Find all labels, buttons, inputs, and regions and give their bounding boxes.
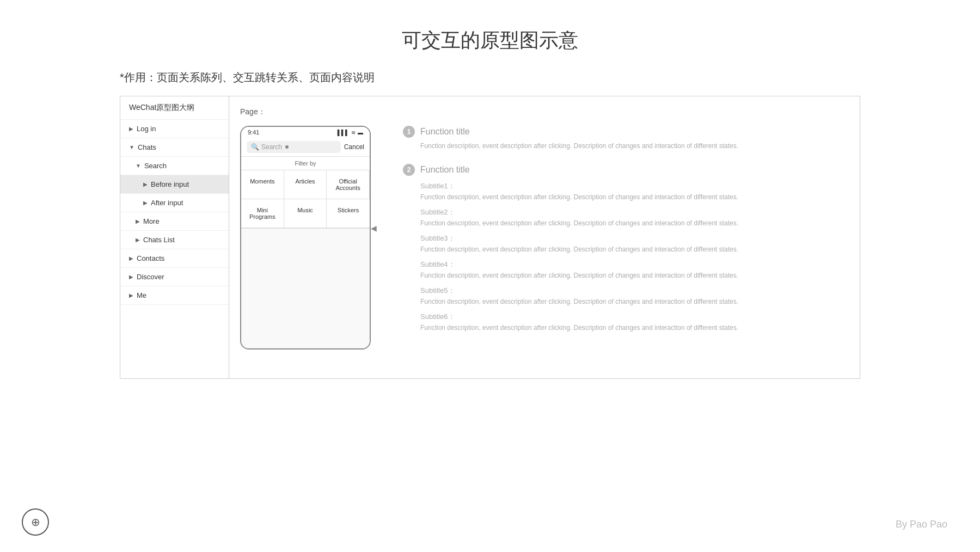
sidebar-item-label: Chats — [138, 143, 156, 151]
func-title-1: Function title — [420, 127, 470, 137]
func-number-1: 1 — [403, 126, 415, 138]
sidebar-item-contacts[interactable]: ▶ Contacts — [120, 249, 229, 268]
subtitle-desc-5: Function description, event description … — [420, 297, 849, 306]
arrow-icon: ▼ — [136, 163, 141, 169]
subtitle-label-6: Subtitle6： — [420, 312, 849, 322]
sidebar-item-label: More — [143, 217, 160, 225]
sidebar-item-label: Discover — [137, 273, 164, 281]
sidebar-item-label: Contacts — [137, 254, 164, 262]
func-title-row-1: 1 Function title — [403, 126, 849, 138]
filter-cell-0[interactable]: Moments — [241, 170, 284, 199]
sidebar-item-after-input[interactable]: ▶ After input — [120, 194, 229, 212]
func-title-2: Function title — [420, 165, 470, 175]
func-block-1: 1 Function title Function description, e… — [403, 126, 849, 151]
filter-cell-1[interactable]: Articles — [284, 170, 327, 199]
wifi-icon: ≋ — [351, 130, 356, 136]
arrow-icon: ▶ — [143, 200, 148, 206]
logo-icon: ⊕ — [31, 516, 40, 529]
filter-cell-2[interactable]: Official Accounts — [327, 170, 370, 199]
prototype-and-desc: 9:41 ▌▌▌ ≋ ▬ 🔍 Search — [240, 126, 849, 349]
subtitle-desc-4: Function description, event description … — [420, 271, 849, 280]
sidebar-item-me[interactable]: ▶ Me — [120, 286, 229, 305]
func-title-row-2: 2 Function title — [403, 164, 849, 176]
subtitle-desc-1: Function description, event description … — [420, 192, 849, 202]
phone-status-bar: 9:41 ▌▌▌ ≋ ▬ — [241, 127, 370, 138]
filter-by-label: Filter by — [241, 157, 370, 170]
arrow-icon: ▶ — [129, 292, 133, 298]
sidebar-item-label: Log in — [137, 125, 156, 133]
subtitle-desc-6: Function description, event description … — [420, 323, 849, 333]
func-number-2: 2 — [403, 164, 415, 176]
sidebar-item-search[interactable]: ▼ Search — [120, 157, 229, 175]
search-placeholder: Search — [261, 143, 282, 151]
arrow-icon: ▶ — [129, 274, 133, 280]
sidebar-item-chats-list[interactable]: ▶ Chats List — [120, 231, 229, 249]
page-subtitle: *作用：页面关系陈列、交互跳转关系、页面内容说明 — [120, 70, 980, 85]
sidebar-item-label: After input — [151, 199, 183, 207]
arrow-icon: ▶ — [143, 181, 148, 187]
cursor-dot — [285, 145, 289, 149]
arrow-icon: ▶ — [129, 126, 133, 132]
arrow-icon: ▶ — [129, 255, 133, 261]
subtitle-label-2: Subtitle2： — [420, 207, 849, 217]
sidebar-item-log-in[interactable]: ▶ Log in — [120, 120, 229, 138]
cancel-button[interactable]: Cancel — [344, 143, 364, 151]
subtitle-label-4: Subtitle4： — [420, 260, 849, 269]
footer-logo: ⊕ — [22, 508, 49, 536]
func-desc-1: Function description, event description … — [420, 141, 849, 151]
phone-mockup: 9:41 ▌▌▌ ≋ ▬ 🔍 Search — [240, 126, 371, 349]
desc-section: 1 Function title Function description, e… — [403, 126, 849, 346]
subtitle-desc-3: Function description, event description … — [420, 244, 849, 254]
subtitle-label-5: Subtitle5： — [420, 286, 849, 296]
arrow-icon: ▼ — [129, 144, 134, 150]
sidebar-item-before-input[interactable]: ▶ Before input — [120, 175, 229, 194]
phone-time: 9:41 — [248, 129, 259, 136]
prototype-wrapper: 9:41 ▌▌▌ ≋ ▬ 🔍 Search — [240, 126, 381, 349]
sidebar-item-more[interactable]: ▶ More — [120, 212, 229, 231]
left-arrow-icon: ◀ — [371, 224, 377, 232]
subtitle-label-1: Subtitle1： — [420, 181, 849, 191]
arrow-icon: ▶ — [136, 237, 140, 243]
page-title: 可交互的原型图示意 — [0, 0, 980, 54]
phone-search-input[interactable]: 🔍 Search — [247, 141, 341, 153]
sidebar-header: WeChat原型图大纲 — [120, 96, 229, 120]
signal-icon: ▌▌▌ — [338, 130, 349, 136]
filter-cell-4[interactable]: Music — [284, 199, 327, 228]
sidebar-item-discover[interactable]: ▶ Discover — [120, 268, 229, 286]
phone-body-empty — [241, 229, 370, 348]
arrow-icon: ▶ — [136, 218, 140, 224]
filter-cell-5[interactable]: Stickers — [327, 199, 370, 228]
search-icon: 🔍 — [251, 143, 259, 151]
subtitle-label-3: Subtitle3： — [420, 234, 849, 243]
sidebar-item-label: Me — [137, 291, 146, 299]
sidebar-item-chats[interactable]: ▼ Chats — [120, 138, 229, 157]
sidebar: WeChat原型图大纲 ▶ Log in▼ Chats▼ Search▶ Bef… — [120, 96, 229, 378]
battery-icon: ▬ — [358, 130, 363, 136]
content-area: Page： 9:41 ▌▌▌ ≋ ▬ — [229, 96, 860, 378]
phone-search-bar: 🔍 Search Cancel — [241, 138, 370, 157]
filter-grid: MomentsArticlesOfficial AccountsMini Pro… — [241, 170, 370, 229]
arrow-area: ◀ — [371, 126, 381, 232]
main-container: WeChat原型图大纲 ▶ Log in▼ Chats▼ Search▶ Bef… — [120, 96, 860, 379]
logo-circle: ⊕ — [22, 508, 49, 536]
filter-cell-3[interactable]: Mini Programs — [241, 199, 284, 228]
phone-status-icons: ▌▌▌ ≋ ▬ — [338, 130, 363, 136]
footer-credit: By Pao Pao — [896, 519, 947, 530]
sidebar-item-label: Chats List — [143, 236, 175, 244]
sidebar-item-label: Before input — [151, 180, 189, 188]
sidebar-item-label: Search — [144, 162, 167, 170]
subtitle-desc-2: Function description, event description … — [420, 218, 849, 228]
func-block-2: 2 Function title Subtitle1： Function des… — [403, 164, 849, 333]
page-label: Page： — [240, 107, 849, 117]
sidebar-items-container: ▶ Log in▼ Chats▼ Search▶ Before input▶ A… — [120, 120, 229, 305]
